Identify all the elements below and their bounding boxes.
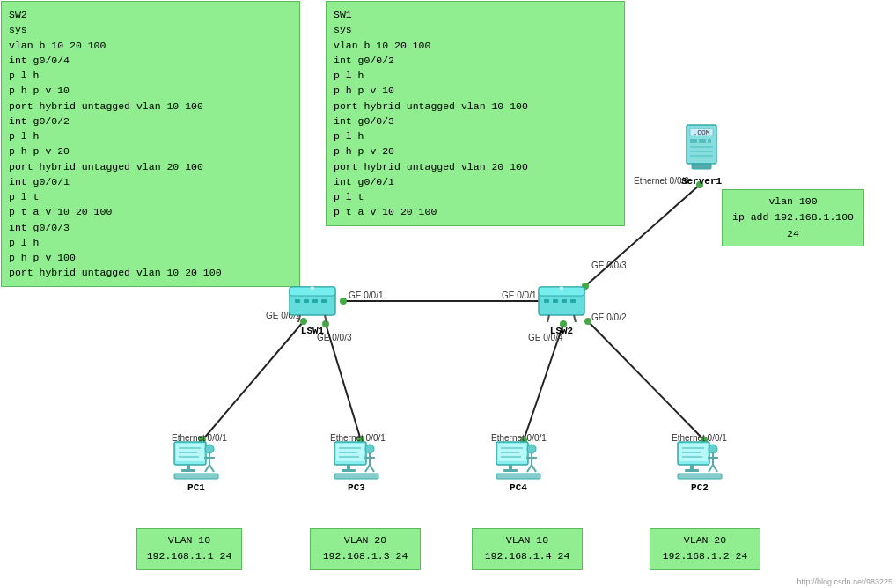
svg-point-67 bbox=[365, 445, 374, 453]
svg-point-93 bbox=[709, 445, 717, 453]
svg-rect-22 bbox=[312, 299, 318, 303]
pc4-ip: 192.168.1.4 24 bbox=[480, 548, 575, 564]
svg-line-57 bbox=[205, 465, 209, 472]
lsw2-ge002-label: GE 0/0/2 bbox=[591, 312, 626, 322]
pc1-info-box: VLAN 10 192.168.1.1 24 bbox=[136, 528, 242, 570]
svg-rect-39 bbox=[690, 139, 697, 143]
lsw1-label: LSW1 bbox=[301, 326, 324, 336]
pc1-ip: 192.168.1.1 24 bbox=[144, 548, 234, 564]
svg-rect-76 bbox=[496, 474, 540, 479]
svg-line-25 bbox=[298, 315, 300, 322]
pc4-vlan: VLAN 10 bbox=[480, 533, 575, 548]
pc4-label: PC4 bbox=[510, 482, 527, 493]
pc2-vlan: VLAN 20 bbox=[657, 533, 753, 548]
pc2-info-box: VLAN 20 192.168.1.2 24 bbox=[650, 528, 760, 570]
lsw2-label: LSW2 bbox=[550, 326, 573, 336]
pc2-label: PC2 bbox=[691, 482, 709, 493]
svg-line-71 bbox=[370, 465, 374, 472]
svg-rect-43 bbox=[690, 151, 713, 152]
pc2-ip: 192.168.1.2 24 bbox=[657, 548, 753, 564]
pc1-label: PC1 bbox=[187, 482, 205, 493]
pc1-vlan: VLAN 10 bbox=[144, 533, 234, 548]
pc3-ip: 192.168.1.3 24 bbox=[318, 548, 413, 564]
svg-text:❄: ❄ bbox=[560, 284, 564, 292]
pc1-device: PC1 bbox=[173, 440, 220, 493]
svg-rect-89 bbox=[678, 474, 722, 479]
pc2-device: PC2 bbox=[676, 440, 723, 493]
svg-line-1 bbox=[202, 321, 304, 440]
svg-line-70 bbox=[365, 465, 370, 472]
svg-rect-32 bbox=[570, 299, 576, 303]
svg-point-6 bbox=[340, 298, 347, 305]
svg-rect-75 bbox=[503, 469, 518, 472]
svg-line-97 bbox=[713, 465, 717, 472]
svg-rect-31 bbox=[562, 299, 567, 303]
svg-line-34 bbox=[547, 315, 549, 322]
svg-rect-20 bbox=[295, 299, 300, 303]
server1-label: Server1 bbox=[681, 176, 722, 187]
lsw1-device: ❄ LSW1 bbox=[286, 282, 339, 336]
server1-ip: ip add 192.168.1.100 24 bbox=[730, 209, 856, 242]
pc3-label: PC3 bbox=[348, 482, 365, 493]
svg-rect-29 bbox=[544, 299, 549, 303]
svg-line-4 bbox=[588, 321, 704, 440]
pc4-info-box: VLAN 10 192.168.1.4 24 bbox=[472, 528, 583, 570]
pc3-vlan: VLAN 20 bbox=[318, 533, 413, 548]
pc3-device: PC3 bbox=[333, 440, 380, 493]
lsw1-ge001-label: GE 0/0/1 bbox=[349, 290, 383, 300]
sw2-config-box: SW2 sys vlan b 10 20 100 int g0/0/4 p l … bbox=[1, 1, 300, 287]
svg-rect-88 bbox=[685, 469, 699, 472]
pc3-info-box: VLAN 20 192.168.1.3 24 bbox=[310, 528, 421, 570]
svg-rect-41 bbox=[708, 139, 711, 143]
svg-rect-63 bbox=[334, 474, 378, 479]
svg-line-84 bbox=[532, 465, 536, 472]
svg-rect-62 bbox=[342, 469, 356, 472]
svg-text:.COM: .COM bbox=[693, 129, 709, 136]
lsw2-ge003-label: GE 0/0/3 bbox=[591, 261, 626, 270]
svg-text:❄: ❄ bbox=[311, 284, 315, 292]
server1-device: .COM Server1 bbox=[679, 123, 723, 187]
svg-rect-42 bbox=[690, 146, 713, 148]
svg-rect-30 bbox=[553, 299, 558, 303]
lsw2-device: ❄ LSW2 bbox=[535, 282, 588, 336]
server1-info-box: vlan 100 ip add 192.168.1.100 24 bbox=[722, 189, 864, 246]
svg-line-58 bbox=[209, 465, 214, 472]
watermark: http://blog.csdn.net/983225 bbox=[797, 577, 892, 586]
svg-rect-50 bbox=[174, 474, 218, 479]
svg-line-26 bbox=[325, 315, 327, 322]
svg-rect-23 bbox=[321, 299, 327, 303]
svg-line-83 bbox=[527, 465, 532, 472]
svg-rect-45 bbox=[692, 164, 711, 169]
svg-rect-21 bbox=[304, 299, 309, 303]
svg-line-96 bbox=[709, 465, 713, 472]
svg-rect-40 bbox=[699, 139, 706, 143]
svg-rect-49 bbox=[181, 469, 195, 472]
svg-line-35 bbox=[574, 315, 576, 322]
svg-point-80 bbox=[527, 445, 536, 453]
lsw2-ge001-label: GE 0/0/1 bbox=[502, 290, 536, 300]
svg-rect-44 bbox=[690, 155, 713, 157]
sw1-config-box: SW1 sys vlan b 10 20 100 int g0/0/2 p l … bbox=[326, 1, 625, 226]
pc4-device: PC4 bbox=[495, 440, 542, 493]
svg-point-54 bbox=[205, 445, 214, 453]
server1-vlan: vlan 100 bbox=[730, 194, 856, 209]
